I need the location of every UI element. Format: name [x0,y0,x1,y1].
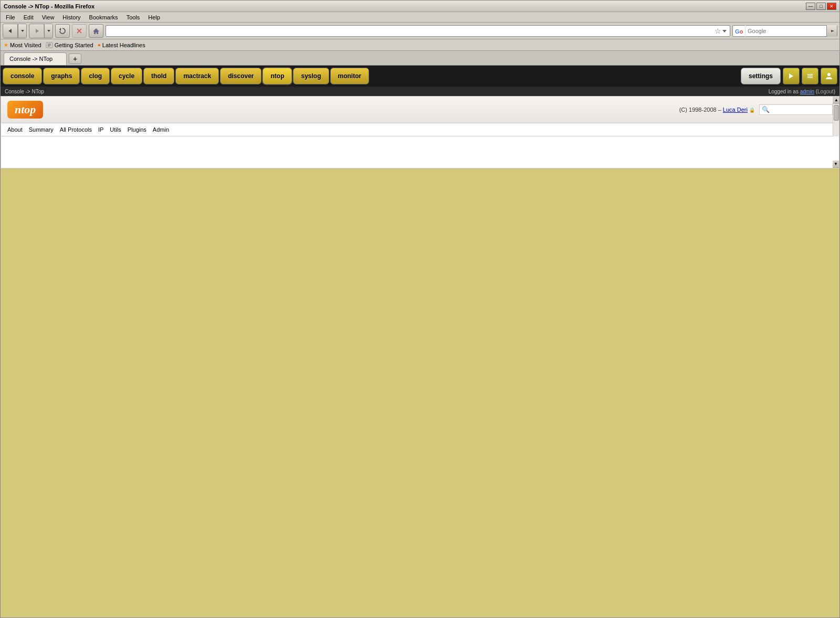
title-bar: Console -> NTop - Mozilla Firefox — □ ✕ [1,1,839,12]
url-dropdown-icon[interactable] [721,28,728,34]
ntop-nav-about[interactable]: About [7,126,23,133]
reload-icon [59,27,66,35]
svg-marker-8 [722,30,727,33]
ntop-frame: ntop (C) 1998-2008 – Luca Deri 🔒 🔍 ▲ [1,96,839,168]
menu-help[interactable]: Help [145,13,163,22]
bookmarks-bar: ★ Most Visited Getting Started ● Latest … [1,39,839,51]
url-input[interactable] [108,28,715,34]
menu-history[interactable]: History [59,13,83,22]
maximize-button[interactable]: □ [816,3,826,10]
most-visited-label: Most Visited [10,42,41,48]
menu-file[interactable]: File [3,13,18,22]
ntop-nav-all-protocols[interactable]: All Protocols [60,126,92,133]
discover-nav-button[interactable]: discover [220,68,261,84]
tab-bar: Console -> NTop + [1,51,839,66]
syslog-nav-button[interactable]: syslog [293,68,329,84]
svg-marker-10 [831,30,834,32]
author-link[interactable]: Luca Deri [723,106,748,113]
svg-text:Goog: Goog [735,28,743,35]
browser-window: Console -> NTop - Mozilla Firefox — □ ✕ … [0,0,840,618]
svg-marker-12 [789,73,793,79]
back-button[interactable] [3,24,18,38]
getting-started-bookmark[interactable]: Getting Started [46,42,93,48]
svg-point-16 [827,73,831,76]
breadcrumb-bar: Console -> NTop Logged in as admin (Logo… [1,87,839,96]
scroll-thumb[interactable] [834,105,839,121]
svg-rect-14 [807,76,813,77]
back-forward-group [3,24,27,38]
page-content: ntop (C) 1998-2008 – Luca Deri 🔒 🔍 ▲ [1,96,839,617]
ntop-logo: ntop [7,101,43,119]
latest-headlines-bookmark[interactable]: ● Latest Headlines [98,42,145,48]
svg-marker-0 [8,29,12,33]
ntop-nav-summary[interactable]: Summary [29,126,54,133]
logout-link[interactable]: Logout [817,89,834,94]
svg-marker-2 [36,29,39,33]
forward-icon [34,28,40,34]
search-arrow-icon [830,29,834,33]
menu-tools[interactable]: Tools [123,13,143,22]
toolbar-right: settings [741,68,837,84]
scroll-down-button[interactable]: ▼ [833,161,839,168]
ntop-search-input[interactable] [772,106,824,113]
ntop-nav-button[interactable]: ntop [262,68,292,84]
active-tab[interactable]: Console -> NTop [4,52,67,65]
list-button[interactable] [802,68,818,84]
mactrack-nav-button[interactable]: mactrack [175,68,219,84]
ntop-content-area: ▼ [1,136,839,168]
dropdown-arrow-icon [21,29,24,33]
graphs-nav-button[interactable]: graphs [43,68,80,84]
settings-button[interactable]: settings [741,68,781,84]
bookmark-star-icon[interactable]: ☆ [715,27,721,35]
svg-marker-1 [21,30,24,32]
author-icon: 🔒 [749,108,755,113]
arrow-right-button[interactable] [783,68,800,84]
ntop-nav-admin[interactable]: Admin [153,126,169,133]
new-tab-button[interactable]: + [69,54,81,64]
stop-button[interactable] [72,24,87,38]
monitor-nav-button[interactable]: monitor [330,68,370,84]
thold-nav-button[interactable]: thold [143,68,174,84]
ntop-nav-ip[interactable]: IP [98,126,103,133]
minimize-button[interactable]: — [806,3,815,10]
ntop-search-box: 🔍 [759,104,833,115]
star-icon: ★ [4,42,8,48]
forward-button[interactable] [29,24,44,38]
user-button[interactable] [821,68,837,84]
menu-bookmarks[interactable]: Bookmarks [86,13,121,22]
close-button[interactable]: ✕ [827,3,836,10]
console-nav-button[interactable]: console [3,68,42,84]
admin-link[interactable]: admin [800,89,814,94]
cacti-toolbar: console graphs clog cycle thold mactrack… [1,66,839,87]
stop-icon [76,27,83,35]
home-button[interactable] [89,24,103,38]
search-bar: Goog [732,25,837,37]
ntop-nav: About Summary All Protocols IP Utils Plu… [1,123,839,136]
window-title: Console -> NTop - Mozilla Firefox [4,3,94,9]
rss-icon: ● [98,42,101,48]
svg-marker-7 [93,28,99,34]
window-controls: — □ ✕ [806,3,836,10]
ntop-header-right: (C) 1998-2008 – Luca Deri 🔒 🔍 [679,104,833,115]
url-bar[interactable]: ☆ [106,25,730,37]
cycle-nav-button[interactable]: cycle [111,68,142,84]
reload-button[interactable] [55,24,70,38]
most-visited-bookmark[interactable]: ★ Most Visited [4,42,41,48]
ntop-nav-plugins[interactable]: Plugins [128,126,146,133]
forward-dropdown[interactable] [44,24,52,38]
scroll-up-button[interactable]: ▲ [833,97,839,104]
ntop-nav-utils[interactable]: Utils [110,126,121,133]
navigation-bar: ☆ Goog [1,23,839,39]
google-icon-box[interactable]: Goog [733,25,746,37]
search-button[interactable] [826,25,837,37]
list-icon [806,72,814,80]
menu-view[interactable]: View [39,13,58,22]
logged-in-status: Logged in as admin (Logout) [769,89,835,94]
search-input[interactable] [746,28,826,34]
back-dropdown[interactable] [18,24,26,38]
latest-headlines-label: Latest Headlines [102,42,145,48]
tab-label: Console -> NTop [9,56,52,62]
clog-nav-button[interactable]: clog [81,68,110,84]
user-icon [825,72,833,80]
menu-edit[interactable]: Edit [20,13,37,22]
